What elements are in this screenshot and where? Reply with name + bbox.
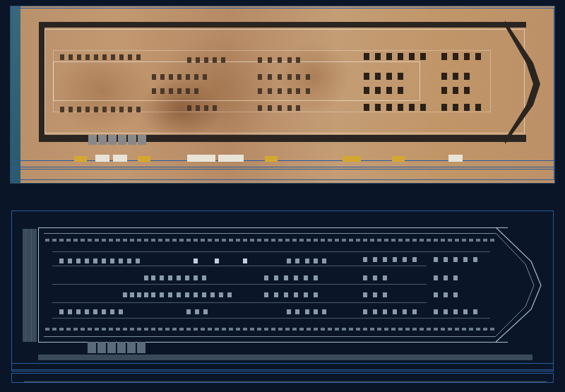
frame-long <box>52 251 490 252</box>
container <box>95 155 109 162</box>
grey-block <box>97 342 106 353</box>
frame-long <box>52 284 427 285</box>
dimension-line <box>24 381 547 382</box>
frame-long <box>52 318 490 319</box>
panel-aerial <box>0 0 565 189</box>
hull-band-top <box>39 22 526 28</box>
grey-block <box>137 342 145 353</box>
stern-wall <box>23 229 37 342</box>
grey-block <box>108 135 117 145</box>
material-pile <box>187 155 215 162</box>
grey-block <box>128 135 136 145</box>
stern-wall-line <box>25 229 26 342</box>
grey-block <box>88 135 97 145</box>
guide-bottom-rail <box>11 363 554 372</box>
grey-block <box>118 135 126 145</box>
hull-inner-top <box>44 233 496 234</box>
cad-schematic <box>10 209 555 387</box>
vehicle <box>392 156 405 162</box>
container <box>113 155 127 162</box>
vehicle <box>138 156 150 162</box>
svg-marker-0 <box>505 20 540 144</box>
hull-inner-bot <box>44 336 496 337</box>
material-pile <box>218 155 244 162</box>
grey-block <box>117 342 126 353</box>
grey-block <box>107 342 116 353</box>
aerial-orthophoto <box>10 6 555 184</box>
frame-long <box>52 266 427 266</box>
stern-wall-line <box>31 229 32 342</box>
apron-band <box>38 355 533 360</box>
bow-taper <box>505 20 554 144</box>
panel-schematic <box>0 203 565 392</box>
hull-band-left <box>39 22 44 141</box>
vehicle <box>343 156 361 162</box>
grey-block <box>88 342 96 353</box>
container <box>448 155 463 162</box>
vehicle <box>265 156 278 162</box>
hull-line-left <box>38 227 39 342</box>
frame-long <box>52 302 427 303</box>
grey-block <box>138 135 146 145</box>
guide-bottom-rail2 <box>12 169 554 180</box>
guide-bottom-rail <box>12 160 554 167</box>
water-channel <box>11 6 20 183</box>
bow-schematic <box>496 226 551 345</box>
vehicle <box>74 156 87 162</box>
grey-block <box>98 135 107 145</box>
hull-line-top <box>38 227 508 228</box>
grey-block <box>127 342 136 353</box>
